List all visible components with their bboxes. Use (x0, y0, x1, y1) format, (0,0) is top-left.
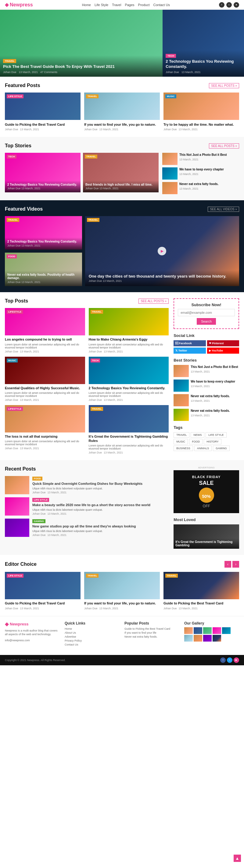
tag-lifestyle[interactable]: LIFE STYLE (206, 432, 226, 438)
gallery-thumb-8[interactable] (203, 635, 212, 642)
play-button[interactable]: ▶ (158, 247, 166, 255)
editor-prev-button[interactable]: ‹ (224, 561, 231, 568)
best-story-3[interactable]: Never eat extra fatty foods. 13 March, 2… (173, 394, 239, 406)
top-posts-grid: LIFESTYLE Los angeles compound he is try… (5, 308, 169, 454)
tag-gaming[interactable]: GAMING (213, 445, 230, 451)
gallery-thumb-2[interactable] (194, 627, 202, 634)
editor-card-3[interactable]: TRAVEL Guide to Picking the Best Travel … (163, 572, 239, 610)
most-loved-item-1[interactable]: It's Great the Government is Tightening … (173, 524, 239, 549)
hero-slide-1[interactable]: TRAVEL Pick The Best Travel Guide Book T… (0, 10, 163, 77)
recent-post-3-desc: Ulque nibh risus la dicts laborteet vulp… (32, 530, 136, 533)
editor-card-1[interactable]: LIFE STYLE Guide to Picking the Best Tra… (5, 572, 81, 610)
footer-popular-3[interactable]: Never eat extra fatty foods. (125, 635, 179, 638)
gallery-thumb-6[interactable] (184, 635, 193, 642)
hero-slide-2-meta: Johan Due 13 March, 2021 (166, 71, 241, 74)
side-story-3[interactable]: Never eat extra fatty foods. 13 March, 2… (162, 182, 239, 194)
footer-link-about[interactable]: About Us (65, 631, 119, 634)
gallery-thumb-4[interactable] (213, 627, 221, 634)
recent-posts-main: Recent Posts FOOD Quick Simple and Overn… (5, 466, 169, 549)
nav-pages[interactable]: Pages (125, 3, 134, 7)
video-main-meta: Johan Due 13 March, 2021 (89, 279, 236, 282)
nav-search-icon[interactable]: ● (234, 2, 239, 8)
footer-brand-col: ◆ Newpress Newpress is a multi-author bl… (5, 621, 60, 647)
gallery-thumb-1[interactable] (184, 627, 193, 634)
top-posts-see-all[interactable]: SEE ALL POSTS » (138, 299, 169, 304)
footer-link-privacy[interactable]: Privacy Policy (65, 639, 119, 642)
footer-yt-btn[interactable]: ▶ (234, 657, 239, 663)
top-stories-see-all[interactable]: SEE ALL POSTS » (209, 143, 239, 149)
gallery-thumb-9[interactable] (213, 635, 221, 642)
tag-history[interactable]: HISTORY (204, 439, 221, 444)
top-post-2[interactable]: TRAVEL How to Make Chiang Armenia's Eggy… (89, 308, 169, 353)
video-card-1[interactable]: TRAVEL 2 Technology Basics You Reviewing… (5, 216, 82, 250)
subscribe-button[interactable]: Search (197, 318, 216, 325)
gallery-thumb-7[interactable] (194, 635, 202, 642)
hero-slide-2[interactable]: TECH 2 Technology Basics You Reviewing C… (163, 10, 244, 77)
video-card-2[interactable]: FOOD Never eat extra fatty foods. Positi… (5, 253, 82, 286)
social-youtube-btn[interactable]: ▶ YouTube (207, 347, 239, 354)
hero-slider: TRAVEL Pick The Best Travel Guide Book T… (0, 10, 244, 77)
featured-videos-see-all[interactable]: SEE ALL VIDEOS » (208, 207, 239, 212)
top-post-6[interactable]: TRAVEL It's Great the Government is Tigh… (89, 405, 169, 455)
recent-posts-section: Recent Posts FOOD Quick Simple and Overn… (0, 460, 244, 555)
nav-twitter-icon[interactable]: t (226, 2, 232, 8)
side-story-1[interactable]: This Not Just a Photo But it Best 13 Mar… (162, 153, 239, 165)
videos-grid: TRAVEL 2 Technology Basics You Reviewing… (5, 216, 239, 286)
top-post-1[interactable]: LIFESTYLE Los angeles compound he is try… (5, 308, 85, 353)
side-story-2[interactable]: We have to keep every chapter 13 March, … (162, 167, 239, 180)
social-facebook-btn[interactable]:  Facebook (173, 340, 206, 346)
social-link-section: Social Link  Facebook ❤ Pinterest 𝕏 Twi… (173, 333, 239, 354)
subscribe-email-input[interactable] (178, 309, 235, 316)
featured-post-3[interactable]: MUSIC Try to be happy all the time. No m… (163, 93, 239, 131)
tag-travel[interactable]: TRAVEL (173, 432, 189, 438)
top-post-5[interactable]: LIFESTYLE The loss is not all that surpr… (5, 405, 85, 455)
recent-post-1[interactable]: FOOD Quick Simple and Overnight Comforti… (5, 476, 169, 494)
video-card-main[interactable]: TRAVEL ▶ One day the cities of two thous… (85, 216, 239, 286)
social-twitter-btn[interactable]: 𝕏 Twitter (173, 347, 206, 354)
featured-post-2[interactable]: TRAVEL If you want to find your life, yo… (84, 93, 160, 131)
recent-post-3[interactable]: GAMING New game studios pop up all the t… (5, 519, 169, 537)
footer-link-advertise[interactable]: Advertise (65, 635, 119, 638)
featured-post-1-tag: LIFE STYLE (7, 94, 24, 98)
featured-post-1[interactable]: LIFE STYLE Guide to Picking the Best Tra… (5, 93, 81, 131)
top-story-2[interactable]: TRAVEL Best friends in high school life.… (83, 153, 159, 192)
most-loved-section: Most Loved It's Great the Government is … (173, 517, 239, 549)
top-post-3-title: Essential Qualities of Highly Successful… (5, 386, 85, 390)
footer-popular-2[interactable]: If you want to find your life (125, 631, 179, 634)
nav-lifestyle[interactable]: Life Style (94, 3, 108, 7)
gallery-thumb-5[interactable] (222, 627, 231, 634)
footer-tw-btn[interactable]: t (227, 657, 233, 663)
best-story-1[interactable]: This Not Just a Photo But it Best 13 Mar… (173, 365, 239, 377)
tag-music[interactable]: MUSIC (173, 439, 188, 444)
nav-facebook-icon[interactable]: f (219, 2, 224, 8)
site-logo[interactable]: ◆ Newpress (5, 2, 33, 8)
tag-food[interactable]: FOOD (189, 439, 202, 444)
recent-post-2[interactable]: LIFE STYLE Make a beauty selfie 2020 new… (5, 497, 169, 516)
featured-post-2-tag: TRAVEL (86, 94, 99, 98)
top-post-2-tag: TRAVEL (90, 310, 103, 314)
tag-news[interactable]: NEWS (191, 432, 205, 438)
tag-animals[interactable]: ANIMALS (194, 445, 212, 451)
nav-travel[interactable]: Travel (112, 3, 121, 7)
gallery-thumb-3[interactable] (203, 627, 212, 634)
footer-fb-btn[interactable]: f (220, 657, 226, 663)
nav-contact[interactable]: Contact Us (154, 3, 170, 7)
tag-business[interactable]: BUSINESS (173, 445, 193, 451)
recent-post-1-desc: Ulque nibh risus la dicts laborteet vulp… (32, 487, 142, 490)
nav-home[interactable]: Home (82, 3, 91, 7)
editor-next-button[interactable]: › (233, 561, 239, 568)
footer-popular-1[interactable]: Guide to Picking the Best Travel Card (125, 627, 179, 630)
top-post-3[interactable]: MUSIC Essential Qualities of Highly Succ… (5, 357, 85, 401)
top-stories-title: Top Stories (5, 143, 31, 149)
footer-link-home[interactable]: Home (65, 627, 119, 630)
editor-card-2[interactable]: TRAVEL If you want to find your life, yo… (84, 572, 160, 610)
editor-card-2-tag: TRAVEL (86, 574, 99, 578)
featured-posts-see-all[interactable]: SEE ALL POSTS » (209, 83, 239, 88)
top-story-1[interactable]: TECH 2 Technology Basics You Reviewing C… (5, 153, 81, 192)
best-story-2[interactable]: We have to keep every chapter 13 March, … (173, 379, 239, 392)
nav-product[interactable]: Product (138, 3, 150, 7)
top-post-4[interactable]: TECH 2 Technology Basics You Reviewing C… (89, 357, 169, 401)
best-story-4[interactable]: Never eat extra fatty foods. 13 March, 2… (173, 409, 239, 421)
social-pinterest-btn[interactable]: ❤ Pinterest (207, 340, 239, 346)
footer-link-contact[interactable]: Contact Us (65, 643, 119, 646)
